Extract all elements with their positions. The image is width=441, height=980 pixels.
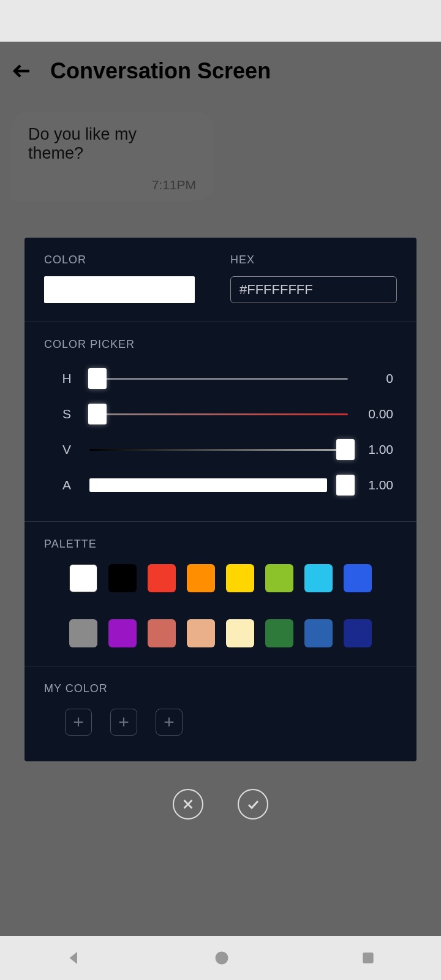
alpha-row: A 1.00 <box>44 467 397 503</box>
palette-swatch[interactable] <box>187 564 215 592</box>
cancel-button[interactable] <box>173 789 203 820</box>
palette-section: PALETTE <box>24 522 417 666</box>
palette-swatch[interactable] <box>344 619 372 647</box>
nav-home-icon[interactable] <box>213 949 230 967</box>
add-color-slot[interactable]: + <box>110 709 137 736</box>
nav-back-icon[interactable] <box>65 949 83 967</box>
alpha-value: 1.00 <box>348 478 397 492</box>
val-row: V 1.00 <box>44 432 397 467</box>
palette-swatch[interactable] <box>187 619 215 647</box>
color-hex-section: COLOR HEX <box>24 238 417 322</box>
close-icon <box>181 797 195 811</box>
palette-swatch[interactable] <box>148 564 176 592</box>
palette-swatch[interactable] <box>69 564 97 592</box>
color-picker-modal: COLOR HEX COLOR PICKER H 0 <box>24 238 417 761</box>
android-nav-bar <box>0 936 441 980</box>
hue-value: 0 <box>348 371 397 386</box>
svg-point-0 <box>216 952 228 965</box>
palette-swatch[interactable] <box>69 619 97 647</box>
sat-value: 0.00 <box>348 407 397 421</box>
current-color-swatch[interactable] <box>44 276 195 303</box>
palette-swatch[interactable] <box>148 619 176 647</box>
hex-label: HEX <box>230 254 397 266</box>
palette-swatch[interactable] <box>226 619 254 647</box>
palette-swatch[interactable] <box>226 564 254 592</box>
palette-swatch[interactable] <box>108 619 137 647</box>
mycolor-label: MY COLOR <box>44 682 397 695</box>
check-icon <box>246 797 260 812</box>
palette-swatch[interactable] <box>108 564 137 592</box>
picker-section-label: COLOR PICKER <box>44 338 397 351</box>
svg-rect-1 <box>363 952 373 963</box>
sat-row: S 0.00 <box>44 396 397 432</box>
sat-label: S <box>44 407 89 421</box>
val-label: V <box>44 442 89 457</box>
palette-label: PALETTE <box>44 538 397 551</box>
palette-grid <box>44 564 397 647</box>
palette-swatch[interactable] <box>265 564 293 592</box>
val-slider[interactable] <box>89 440 348 459</box>
alpha-slider[interactable] <box>89 476 348 494</box>
action-row <box>0 789 441 820</box>
color-label: COLOR <box>44 254 211 266</box>
app-area: Conversation Screen Do you like my theme… <box>0 42 441 936</box>
palette-swatch[interactable] <box>265 619 293 647</box>
nav-recent-icon[interactable] <box>360 950 376 966</box>
palette-swatch[interactable] <box>304 619 333 647</box>
hex-input[interactable] <box>230 276 397 303</box>
add-color-slot[interactable]: + <box>65 709 92 736</box>
palette-swatch[interactable] <box>304 564 333 592</box>
hue-slider[interactable] <box>89 369 348 388</box>
val-value: 1.00 <box>348 442 397 457</box>
mycolor-row: +++ <box>44 709 397 736</box>
palette-swatch[interactable] <box>344 564 372 592</box>
alpha-label: A <box>44 478 89 492</box>
slider-section: COLOR PICKER H 0 S 0.00 V <box>24 322 417 522</box>
add-color-slot[interactable]: + <box>156 709 183 736</box>
mycolor-section: MY COLOR +++ <box>24 666 417 761</box>
hue-label: H <box>44 371 89 386</box>
status-bar <box>0 0 441 42</box>
hue-row: H 0 <box>44 361 397 396</box>
sat-slider[interactable] <box>89 405 348 423</box>
confirm-button[interactable] <box>238 789 268 820</box>
